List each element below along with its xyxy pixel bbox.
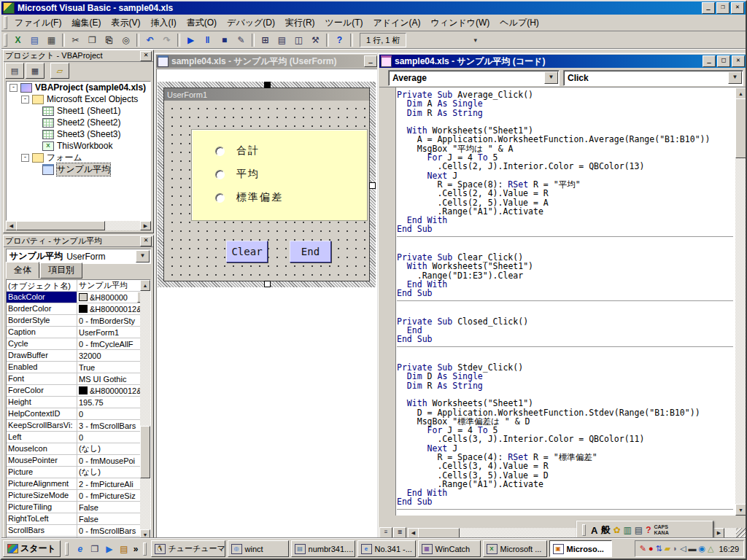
tree-item-フォーム[interactable]: -フォーム — [7, 152, 150, 163]
property-name[interactable]: BackColor — [7, 292, 77, 303]
procedure-dropdown-icon[interactable]: ▼ — [728, 71, 742, 84]
project-explorer-button[interactable]: ⊞ — [257, 33, 274, 47]
property-row-Enabled[interactable]: EnabledTrue — [7, 362, 150, 373]
ime-input-mode[interactable]: A — [591, 525, 597, 536]
property-value[interactable]: (なし) — [77, 443, 150, 454]
designer-minimize-button[interactable]: _ — [364, 55, 377, 67]
property-value[interactable]: &H80000012& — [77, 385, 150, 396]
tree-expander-icon[interactable]: - — [9, 84, 18, 92]
property-value[interactable]: MS UI Gothic — [77, 373, 150, 384]
property-name[interactable]: ForeColor — [7, 385, 77, 396]
close-button[interactable]: ✕ — [731, 2, 744, 14]
media-player-quicklaunch-icon[interactable]: ▶ — [102, 542, 117, 556]
run-button[interactable]: ▶ — [182, 33, 199, 47]
project-panel-titlebar[interactable]: プロジェクト - VBAProject ✕ — [4, 50, 153, 62]
property-grid[interactable]: (オブジェクト名) サンプル平均 BackColor&H800000▼Borde… — [6, 279, 151, 541]
redo-button[interactable]: ↷ — [158, 33, 175, 47]
property-value[interactable]: UserForm1 — [77, 327, 150, 338]
option-row-2[interactable]: 標準偏差 — [215, 191, 283, 204]
menu-item-1[interactable]: 編集(E) — [66, 15, 106, 31]
designer-titlebar[interactable]: sample04.xls - サンプル平均 (UserForm) _ — [156, 55, 379, 68]
options-frame[interactable]: 合計平均標準偏差 — [191, 129, 368, 221]
property-name[interactable]: BorderColor — [7, 303, 77, 314]
code-titlebar[interactable]: sample04.xls - サンプル平均 (コード) _ □ ✕ — [379, 55, 746, 68]
property-name[interactable]: PictureAlignment — [7, 478, 77, 489]
property-value[interactable]: 195.75 — [77, 397, 150, 408]
tab-categorized[interactable]: 項目別 — [40, 262, 82, 279]
property-name[interactable]: HelpContextID — [7, 408, 77, 419]
property-name[interactable]: Picture — [7, 467, 77, 478]
radio-button-icon[interactable] — [215, 147, 225, 156]
property-name[interactable]: RightToLeft — [7, 513, 77, 524]
menu-item-5[interactable]: デバッグ(D) — [222, 15, 280, 31]
property-row-BorderColor[interactable]: BorderColor&H80000012& — [7, 303, 150, 315]
property-row-Left[interactable]: Left0 — [7, 432, 150, 443]
toolbar-options-chevron[interactable]: ▾ — [473, 36, 477, 44]
task-button-Microso[interactable]: ▣Microso... — [549, 540, 612, 557]
property-value[interactable]: True — [77, 362, 150, 373]
userform-design-surface[interactable]: UserForm1 合計平均標準偏差 ClearEnd — [163, 88, 370, 281]
property-row-ScrollBars[interactable]: ScrollBars0 - fmScrollBars — [7, 525, 150, 537]
property-name[interactable]: MousePointer — [7, 455, 77, 466]
tree-item-Sheet1[interactable]: Sheet1 (Sheet1) — [7, 105, 150, 117]
quicklaunch-grip[interactable] — [65, 542, 69, 556]
project-close-icon[interactable]: ✕ — [140, 51, 152, 61]
paste-button[interactable]: ⎘ — [101, 33, 117, 47]
break-button[interactable]: ‖ — [199, 33, 216, 47]
tool-tray-icon[interactable]: △ — [708, 545, 713, 553]
ime-properties-icon[interactable]: ▤ — [635, 525, 643, 535]
property-row-PictureSizeMode[interactable]: PictureSizeMode0 - fmPictureSiz — [7, 490, 150, 502]
resize-handle-bottom[interactable] — [264, 281, 271, 287]
property-value[interactable]: 0 - fmCycleAllF — [77, 338, 150, 349]
radio-button-icon[interactable] — [215, 193, 225, 203]
toggle-folders-button[interactable]: ▱ — [50, 63, 69, 79]
tree-item-サンプル平均[interactable]: サンプル平均 — [7, 163, 150, 175]
property-row-DrawBuffer[interactable]: DrawBuffer32000 — [7, 350, 150, 362]
menu-item-2[interactable]: 表示(V) — [106, 15, 145, 31]
property-row-HelpContextID[interactable]: HelpContextID0 — [7, 408, 150, 420]
property-name[interactable]: DrawBuffer — [7, 350, 77, 361]
ime-grip[interactable] — [582, 524, 586, 536]
property-value[interactable]: 0 — [77, 408, 150, 419]
project-hscrollbar[interactable]: ◀ ▶ — [6, 221, 151, 230]
task-button-[interactable]: 🐧チューチューマ... — [151, 540, 225, 557]
property-name[interactable]: Left — [7, 432, 77, 443]
tree-item-Sheet3[interactable]: Sheet3 (Sheet3) — [7, 128, 150, 140]
property-name[interactable]: MouseIcon — [7, 443, 77, 454]
tree-expander-icon[interactable]: - — [21, 154, 29, 162]
task-button-winct[interactable]: ◎winct — [228, 540, 289, 557]
task-button-No341[interactable]: eNo.341 -... — [357, 540, 416, 557]
marker-tray-icon[interactable]: ● — [649, 545, 654, 553]
properties-panel-titlebar[interactable]: プロパティ - サンプル平均 ✕ — [4, 236, 153, 247]
property-name[interactable]: Enabled — [7, 362, 77, 373]
tree-item-VBAProject[interactable]: -VBAProject (sample04.xls) — [7, 82, 150, 93]
procedure-view-button[interactable]: ≡ — [379, 527, 392, 539]
design-mode-button[interactable]: ✎ — [233, 33, 249, 47]
property-value[interactable]: 0 - fmMousePoi — [77, 455, 150, 466]
code-close-button[interactable]: ✕ — [732, 55, 745, 67]
property-value[interactable]: 0 — [77, 432, 150, 443]
network-tray-icon[interactable]: ◉ — [698, 545, 705, 553]
property-name[interactable]: PictureSizeMode — [7, 490, 77, 501]
property-value[interactable]: 3 - fmScrollBars — [77, 420, 150, 431]
code-maximize-button[interactable]: □ — [717, 55, 730, 67]
help-button[interactable]: ? — [331, 33, 348, 47]
ime-conversion-mode[interactable]: 般 — [600, 524, 610, 537]
window-resize-grip[interactable] — [736, 528, 746, 538]
toolbox-button[interactable]: ⚒ — [307, 33, 324, 47]
insert-userform-button[interactable]: ▤ — [26, 33, 43, 47]
ime-dictionary-icon[interactable]: ▥ — [623, 525, 631, 535]
display-tray-icon[interactable]: ▬ — [688, 545, 696, 553]
property-name[interactable]: KeepScrollBarsVi: — [7, 420, 77, 431]
loader-tray-icon[interactable]: ⇅ — [656, 545, 662, 553]
object-dropdown-icon[interactable]: ▼ — [544, 71, 558, 84]
code-minimize-button[interactable]: _ — [703, 55, 716, 67]
menu-item-3[interactable]: 挿入(I) — [145, 15, 181, 31]
property-value[interactable]: (なし) — [77, 467, 150, 478]
object-dropdown[interactable]: Average ▼ — [388, 70, 560, 86]
document-editor-quicklaunch-icon[interactable]: ▤ — [117, 542, 131, 556]
property-row-Font[interactable]: FontMS UI Gothic — [7, 373, 150, 385]
property-row-BackColor[interactable]: BackColor&H800000▼ — [7, 292, 150, 303]
property-value[interactable]: &H80000012& — [77, 303, 150, 314]
property-row-ForeColor[interactable]: ForeColor&H80000012& — [7, 385, 150, 397]
